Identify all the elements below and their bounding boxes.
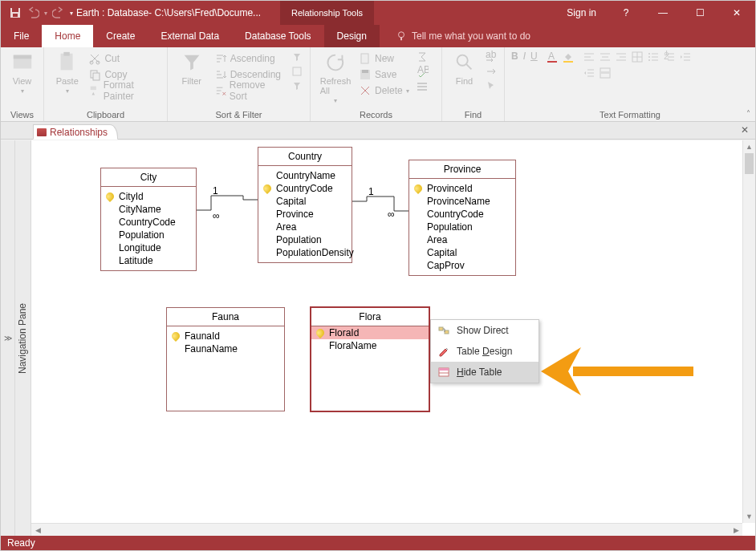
table-country[interactable]: Country CountryName CountryCode Capital … xyxy=(258,147,352,263)
align-left-icon xyxy=(583,51,595,63)
scroll-thumb[interactable] xyxy=(745,153,754,174)
navigation-pane-collapsed[interactable]: Navigation Pane xyxy=(15,140,31,536)
svg-rect-2 xyxy=(13,14,18,17)
tab-external-data[interactable]: External Data xyxy=(148,25,232,47)
replace-icon: ab xyxy=(485,51,498,63)
scroll-up-icon[interactable]: ▲ xyxy=(743,140,755,153)
field-population[interactable]: Population xyxy=(414,221,510,233)
field-faunaname[interactable]: FaunaName xyxy=(172,342,279,355)
redo-icon[interactable] xyxy=(52,6,65,19)
table-city[interactable]: City CityId CityName CountryCode Populat… xyxy=(100,168,197,271)
svg-rect-13 xyxy=(91,87,96,90)
font-color-icon: A xyxy=(546,51,559,63)
save-record-button: Save xyxy=(359,67,409,83)
svg-rect-42 xyxy=(439,368,449,371)
tab-create[interactable]: Create xyxy=(93,25,148,47)
format-painter-button: Format Painter xyxy=(88,83,161,99)
bold-button: B xyxy=(511,51,518,62)
svg-rect-1 xyxy=(12,8,18,12)
decrease-indent-icon xyxy=(583,67,595,79)
group-sortfilter-label: Sort & Filter xyxy=(174,108,303,120)
totals-icon xyxy=(416,51,429,63)
ctx-table-design[interactable]: Table Design xyxy=(431,341,539,362)
qat-customize-icon[interactable]: ▾ xyxy=(70,10,73,17)
underline-button: U xyxy=(530,51,538,62)
field-latitude[interactable]: Latitude xyxy=(106,254,191,267)
svg-rect-12 xyxy=(93,73,100,80)
undo-dropdown-icon[interactable]: ▾ xyxy=(44,10,47,17)
shutter-bar-open-icon[interactable]: ≫ xyxy=(1,140,15,536)
refresh-all-button: Refresh All▾ xyxy=(317,51,354,104)
group-textfmt-label: Text Formatting xyxy=(511,108,749,120)
spelling-icon: ABC xyxy=(416,65,429,78)
window-title: Earth : Database- C:\Users\Fred\Docume..… xyxy=(73,7,274,18)
field-populationdensity[interactable]: PopulationDensity xyxy=(263,246,347,259)
field-faunaid[interactable]: FaunaId xyxy=(172,330,279,342)
find-button: Find xyxy=(449,51,480,86)
vertical-scrollbar[interactable]: ▲ ▼ xyxy=(742,140,755,523)
svg-text:ABC: ABC xyxy=(417,65,429,75)
field-provinceid[interactable]: ProvinceId xyxy=(414,182,510,195)
svg-point-28 xyxy=(648,53,650,55)
tab-close-button[interactable]: ✕ xyxy=(741,124,749,136)
horizontal-scrollbar[interactable]: ◀ ▶ xyxy=(31,523,742,536)
field-capital[interactable]: Capital xyxy=(263,195,347,208)
field-countrycode[interactable]: CountryCode xyxy=(414,208,510,221)
tab-home[interactable]: Home xyxy=(42,25,93,47)
field-area[interactable]: Area xyxy=(414,233,510,246)
tell-me-box[interactable]: Tell me what you want to do xyxy=(380,25,530,47)
tell-me-placeholder: Tell me what you want to do xyxy=(412,30,530,42)
minimize-button[interactable]: — xyxy=(644,1,681,25)
relationships-canvas[interactable]: 1 ∞ 1 ∞ City CityId CityName CountryCode… xyxy=(31,140,742,523)
field-floraid[interactable]: FloraId xyxy=(311,326,429,339)
menu-bar: File Home Create External Data Database … xyxy=(1,25,755,47)
maximize-button[interactable]: ☐ xyxy=(681,1,718,25)
group-find-label: Find xyxy=(449,108,498,120)
close-button[interactable]: ✕ xyxy=(718,1,755,25)
ctx-hide-table[interactable]: Hide Table xyxy=(431,362,539,383)
field-cityid[interactable]: CityId xyxy=(106,190,191,203)
relationships-tab[interactable]: Relationships xyxy=(33,124,118,140)
save-icon[interactable] xyxy=(9,6,22,19)
field-population[interactable]: Population xyxy=(263,233,347,246)
field-countryname[interactable]: CountryName xyxy=(263,169,347,182)
italic-button: I xyxy=(523,51,526,62)
table-fauna[interactable]: Fauna FaunaId FaunaName xyxy=(166,307,285,411)
table-province[interactable]: Province ProvinceId ProvinceName Country… xyxy=(408,160,516,276)
tab-design[interactable]: Design xyxy=(324,25,380,47)
svg-rect-6 xyxy=(13,55,31,59)
field-countrycode[interactable]: CountryCode xyxy=(263,182,347,195)
status-bar: Ready xyxy=(1,536,755,550)
collapse-ribbon-icon[interactable]: ˄ xyxy=(746,109,750,118)
field-capital[interactable]: Capital xyxy=(414,246,510,259)
scroll-down-icon[interactable]: ▼ xyxy=(743,510,755,523)
field-longitude[interactable]: Longitude xyxy=(106,241,191,254)
advanced-filter-icon xyxy=(291,65,303,78)
undo-icon[interactable] xyxy=(26,6,39,19)
tab-database-tools[interactable]: Database Tools xyxy=(232,25,324,47)
scroll-right-icon[interactable]: ▶ xyxy=(730,524,742,536)
align-center-icon xyxy=(599,51,612,63)
field-population[interactable]: Population xyxy=(106,229,191,241)
field-area[interactable]: Area xyxy=(263,221,347,233)
more-records-icon xyxy=(416,79,429,92)
scroll-left-icon[interactable]: ◀ xyxy=(31,524,44,536)
help-button[interactable]: ? xyxy=(608,1,644,25)
table-title: Province xyxy=(409,160,515,179)
tab-file[interactable]: File xyxy=(1,25,42,47)
field-province[interactable]: Province xyxy=(263,208,347,221)
field-countrycode[interactable]: CountryCode xyxy=(106,216,191,229)
table-flora[interactable]: Flora FloraId FloraName xyxy=(311,307,429,411)
ctx-show-direct[interactable]: Show Direct xyxy=(431,320,539,341)
group-clipboard-label: Clipboard xyxy=(51,108,161,120)
signin-button[interactable]: Sign in xyxy=(555,1,608,25)
svg-rect-4 xyxy=(400,38,402,41)
field-capprov[interactable]: CapProv xyxy=(414,259,510,272)
field-cityname[interactable]: CityName xyxy=(106,203,191,216)
toggle-filter-icon xyxy=(291,51,303,63)
svg-rect-19 xyxy=(417,83,427,84)
group-records-label: Records xyxy=(317,108,435,120)
field-provincename[interactable]: ProvinceName xyxy=(414,195,510,208)
ascending-button: Ascending xyxy=(214,51,282,67)
field-floraname[interactable]: FloraName xyxy=(316,339,424,352)
